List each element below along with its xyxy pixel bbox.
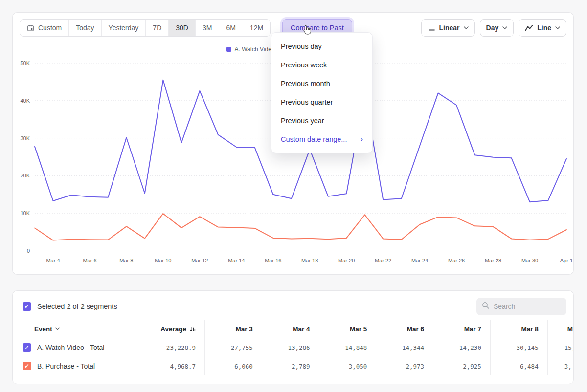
chart-options-group: Linear Day Line (421, 19, 566, 37)
cell-value: 6,484 (490, 357, 547, 375)
chart-card: Custom Today Yesterday 7D 30D 3M 6M 12M … (12, 12, 574, 275)
chevron-down-icon (502, 26, 507, 29)
y-axis-tick: 30K (20, 135, 30, 141)
select-all-checkbox[interactable]: ✓ (23, 302, 31, 311)
menu-item-previous-year[interactable]: Previous year (271, 111, 372, 130)
event-header-label: Event (34, 326, 52, 333)
cell-value: 30,145 (490, 338, 547, 357)
date-column-header[interactable]: Mar 8 (490, 320, 547, 338)
x-axis-tick: Mar 4 (46, 258, 60, 263)
chart-series-line (35, 214, 566, 240)
range-30d[interactable]: 30D (169, 20, 196, 36)
date-column-header[interactable]: Mar 7 (433, 320, 491, 338)
y-axis-tick: 20K (20, 173, 30, 178)
series-b-label: B. Purchase - Total (37, 362, 95, 370)
date-range-group: Custom Today Yesterday 7D 30D 3M 6M 12M (20, 19, 271, 37)
chevron-down-icon (555, 26, 560, 29)
menu-item-previous-quarter[interactable]: Previous quarter (271, 93, 372, 111)
x-axis-tick: Mar 26 (448, 258, 465, 263)
y-axis-tick: 0 (27, 248, 30, 254)
x-axis-tick: Apr 1 (560, 258, 573, 263)
x-axis-tick: Mar 24 (411, 258, 428, 263)
average-value: 23,228.9 (136, 338, 205, 357)
check-icon: ✓ (24, 303, 29, 310)
chevron-right-icon: › (361, 135, 363, 143)
interval-select[interactable]: Day (480, 19, 514, 37)
series-b-checkbox[interactable]: ✓ (23, 362, 31, 370)
x-axis-tick: Mar 20 (338, 258, 355, 263)
cell-value: 2,789 (262, 357, 319, 375)
table-row[interactable]: ✓ B. Purchase - Total 4,968.7 6,060 2,78… (13, 357, 574, 375)
average-header-label: Average (160, 326, 186, 333)
range-12m[interactable]: 12M (243, 20, 270, 36)
cell-value: 14,230 (433, 338, 491, 357)
custom-date-range-label: Custom date range... (281, 135, 347, 143)
range-7d[interactable]: 7D (146, 20, 169, 36)
segments-table-card: ✓ Selected 2 of 2 segments Event (12, 290, 574, 384)
x-axis-tick: Mar 16 (265, 258, 281, 263)
range-today[interactable]: Today (69, 20, 101, 36)
cell-value: 3,050 (319, 357, 376, 375)
date-column-header[interactable]: Mar 4 (262, 320, 319, 338)
cell-value: 14,848 (319, 338, 376, 357)
y-scale-select[interactable]: Linear (421, 19, 475, 37)
y-scale-label: Linear (439, 24, 460, 32)
cell-value: 2,925 (433, 357, 491, 375)
x-axis-tick: Mar 6 (83, 258, 96, 263)
menu-item-custom-date-range[interactable]: Custom date range... › (271, 130, 372, 149)
cell-value: 2,973 (376, 357, 433, 375)
range-3m[interactable]: 3M (196, 20, 219, 36)
range-6m[interactable]: 6M (219, 20, 243, 36)
search-input[interactable] (494, 303, 561, 310)
date-column-header[interactable]: Mar 6 (376, 320, 433, 338)
average-column-header[interactable]: Average (136, 320, 205, 338)
x-axis-tick: Mar 18 (301, 258, 318, 263)
menu-item-previous-week[interactable]: Previous week (271, 56, 372, 74)
x-axis-tick: Mar 8 (119, 258, 133, 263)
interval-label: Day (486, 24, 499, 32)
cell-value-truncated: 3, (547, 357, 574, 375)
series-a-checkbox[interactable]: ✓ (23, 343, 31, 352)
segments-table: Event Average Mar 3 Mar 4 Mar 5 Mar 6 Ma… (13, 320, 574, 375)
cell-value: 27,755 (205, 338, 262, 357)
check-icon: ✓ (24, 344, 29, 351)
check-icon: ✓ (24, 363, 29, 370)
cell-value-truncated: 15, (547, 338, 574, 357)
sort-descending-icon (189, 326, 196, 332)
custom-range-label: Custom (38, 24, 62, 32)
date-column-header[interactable]: Mar 5 (319, 320, 376, 338)
x-axis-tick: Mar 30 (521, 258, 538, 263)
legend-swatch-icon (226, 47, 231, 52)
selected-segments-label: Selected 2 of 2 segments (37, 303, 117, 310)
chart-type-label: Line (537, 24, 551, 32)
segments-header-row: ✓ Selected 2 of 2 segments (13, 291, 573, 320)
average-value: 4,968.7 (136, 357, 205, 375)
x-axis-tick: Mar 12 (191, 258, 208, 263)
table-header-row: Event Average Mar 3 Mar 4 Mar 5 Mar 6 Ma… (13, 320, 574, 338)
date-column-header[interactable]: Mar 3 (205, 320, 262, 338)
x-axis-tick: Mar 14 (228, 258, 245, 263)
calendar-icon (27, 24, 34, 32)
cell-value: 14,344 (376, 338, 433, 357)
x-axis-tick: Mar 22 (375, 258, 391, 263)
date-column-header-truncated[interactable]: M (547, 320, 574, 338)
x-axis-tick: Mar 28 (485, 258, 501, 263)
cell-value: 6,060 (205, 357, 262, 375)
series-a-label: A. Watch Video - Total (37, 344, 104, 351)
line-chart-icon (525, 24, 533, 31)
x-axis-tick: Mar 10 (155, 258, 171, 263)
y-axis-tick: 10K (20, 210, 30, 216)
menu-item-previous-month[interactable]: Previous month (271, 74, 372, 93)
axis-linear-icon (428, 24, 435, 31)
menu-item-previous-day[interactable]: Previous day (271, 37, 372, 56)
event-column-header[interactable]: Event (13, 320, 136, 338)
search-box[interactable] (476, 298, 566, 315)
y-axis-tick: 50K (20, 60, 30, 66)
table-row[interactable]: ✓ A. Watch Video - Total 23,228.9 27,755… (13, 338, 574, 357)
compare-to-past-menu: Previous day Previous week Previous mont… (271, 32, 373, 153)
y-axis-tick: 40K (20, 98, 30, 104)
chart-type-select[interactable]: Line (519, 19, 566, 37)
custom-range-button[interactable]: Custom (20, 20, 69, 36)
range-yesterday[interactable]: Yesterday (102, 20, 146, 36)
chevron-down-icon (55, 327, 60, 330)
